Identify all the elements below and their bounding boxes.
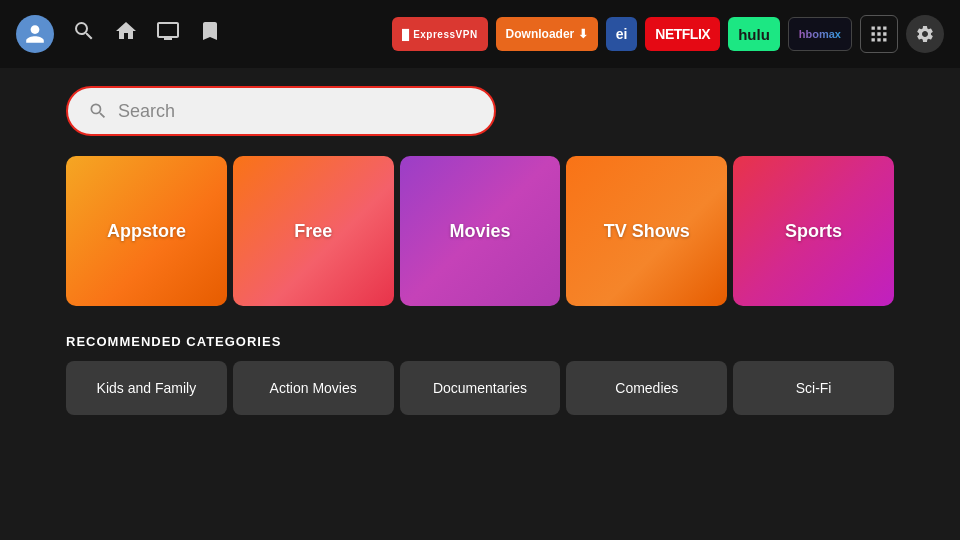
netflix-badge[interactable]: NETFLIX — [645, 17, 720, 51]
category-tile-movies[interactable]: Movies — [400, 156, 561, 306]
rec-tile-action[interactable]: Action Movies — [233, 361, 394, 415]
rec-tile-documentaries[interactable]: Documentaries — [400, 361, 561, 415]
rec-tile-comedies[interactable]: Comedies — [566, 361, 727, 415]
recommended-label: RECOMMENDED CATEGORIES — [66, 334, 894, 349]
category-tile-appstore[interactable]: Appstore — [66, 156, 227, 306]
category-tile-tvshows[interactable]: TV Shows — [566, 156, 727, 306]
main-content: Search Appstore Free Movies TV Shows Spo… — [0, 68, 960, 415]
tv-icon[interactable] — [156, 19, 180, 49]
search-icon — [88, 101, 108, 121]
rec-tile-scifi[interactable]: Sci-Fi — [733, 361, 894, 415]
search-placeholder: Search — [118, 101, 175, 122]
downloader-badge[interactable]: Downloader ⬇ — [496, 17, 598, 51]
header-right: █ ExpressVPN Downloader ⬇ ei NETFLIX hul… — [392, 15, 944, 53]
bookmark-icon[interactable] — [198, 19, 222, 49]
recommended-grid: Kids and Family Action Movies Documentar… — [66, 361, 894, 415]
hulu-badge[interactable]: hulu — [728, 17, 780, 51]
category-tile-sports[interactable]: Sports — [733, 156, 894, 306]
categories-grid: Appstore Free Movies TV Shows Sports — [66, 156, 894, 306]
settings-icon[interactable] — [906, 15, 944, 53]
ei-badge[interactable]: ei — [606, 17, 638, 51]
hbomax-badge[interactable]: hbomax — [788, 17, 852, 51]
search-nav-icon[interactable] — [72, 19, 96, 49]
header: █ ExpressVPN Downloader ⬇ ei NETFLIX hul… — [0, 0, 960, 68]
category-tile-free[interactable]: Free — [233, 156, 394, 306]
expressvpn-badge[interactable]: █ ExpressVPN — [392, 17, 488, 51]
apps-grid-icon[interactable] — [860, 15, 898, 53]
header-left — [16, 15, 222, 53]
search-bar[interactable]: Search — [66, 86, 496, 136]
avatar[interactable] — [16, 15, 54, 53]
rec-tile-kids[interactable]: Kids and Family — [66, 361, 227, 415]
home-icon[interactable] — [114, 19, 138, 49]
